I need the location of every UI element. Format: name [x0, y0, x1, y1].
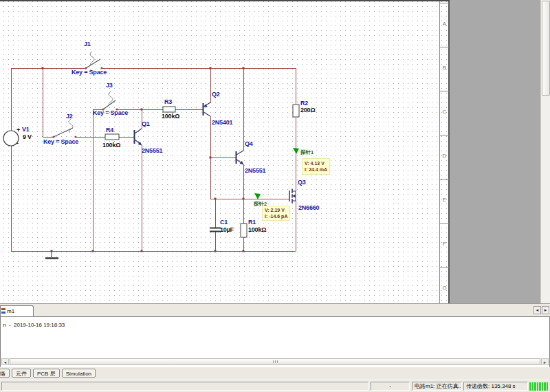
component-J2-switch[interactable]: [52, 119, 76, 138]
status-bar: - 电路m1: 正在仿真... 传递函数: 135.348 s: [0, 380, 550, 392]
label-J2-ref[interactable]: J2: [66, 113, 73, 120]
label-Q1-ref[interactable]: Q1: [142, 120, 150, 127]
probe2-current: I: -14.6 pA: [265, 214, 287, 219]
scroll-left-icon[interactable]: ◄: [1, 358, 9, 365]
multisim-window: J1 Key = Space J3 Key = Space J2 Key = S…: [0, 0, 550, 392]
log-scrollbar-thumb[interactable]: [10, 358, 540, 365]
label-V1-minus: -: [16, 140, 19, 146]
results-tab-m1[interactable]: m1: [0, 305, 34, 316]
progress-segment: [534, 382, 536, 391]
zone-letter: C: [441, 109, 448, 115]
progress-segment: [542, 382, 544, 391]
log-entry[interactable]: n - 2019-10-16 19:18:33: [3, 322, 65, 328]
component-C1-capacitor[interactable]: [210, 228, 221, 232]
zone-letter: D: [441, 153, 448, 159]
label-Q2-ref[interactable]: Q2: [212, 91, 220, 98]
vertical-scrollbar[interactable]: [540, 0, 550, 303]
label-J3-key[interactable]: Key = Space: [93, 109, 128, 116]
circuit-tab-icon: [1, 308, 6, 315]
status-transfer-function: 传递函数: 135.348 s: [463, 382, 528, 391]
component-Q2-transistor[interactable]: [204, 102, 211, 116]
component-R4-resistor[interactable]: [105, 134, 119, 140]
zone-tick: [440, 91, 449, 91]
label-V1-value[interactable]: 9 V: [23, 133, 32, 140]
label-Q3-value[interactable]: 2N6660: [298, 204, 319, 211]
probe1-voltage: V: 4.13 V: [305, 161, 324, 166]
view-tab-bar: 网络 元件 PCB 层 Simulation: [0, 369, 96, 380]
label-R1-ref[interactable]: R1: [248, 219, 256, 226]
log-horizontal-scrollbar[interactable]: ◄ ►: [1, 358, 549, 365]
vertical-scrollbar-thumb[interactable]: [542, 1, 550, 96]
label-Q1-value[interactable]: 2N5551: [142, 147, 162, 154]
label-V1-ref[interactable]: V1: [22, 126, 30, 133]
zone-tick: [440, 179, 449, 179]
zone-tick: [440, 47, 449, 47]
probe1-label[interactable]: 探针1: [300, 149, 314, 155]
simulation-progress-indicator: [529, 382, 548, 391]
label-Q4-ref[interactable]: Q4: [245, 140, 253, 147]
label-Q2-value[interactable]: 2N5401: [212, 119, 232, 126]
label-R2-value[interactable]: 200Ω: [300, 107, 315, 113]
component-R3-resistor[interactable]: [163, 107, 175, 112]
zone-tick: [440, 267, 449, 268]
label-R3-ref[interactable]: R3: [164, 98, 172, 105]
zone-tick: [440, 3, 449, 3]
scrollbar-gripper-icon: [273, 360, 278, 363]
label-C1-value[interactable]: 10µF: [220, 226, 234, 233]
zone-tick: [440, 135, 449, 135]
probe2-readout[interactable]: V: 2.19 VI: -14.6 pA: [262, 206, 290, 221]
label-V1-plus: +: [16, 127, 20, 133]
label-R1-value[interactable]: 100kΩ: [248, 226, 266, 233]
tab-nets[interactable]: 网络: [0, 369, 10, 378]
tab-pcb-layers[interactable]: PCB 层: [33, 369, 60, 378]
results-log-panel[interactable]: n - 2019-10-16 19:18:33 ◄ ►: [0, 316, 550, 367]
scroll-right-icon[interactable]: ►: [541, 358, 549, 365]
component-J3-switch[interactable]: [102, 91, 118, 111]
progress-segment: [537, 382, 539, 391]
label-J1-ref[interactable]: J1: [84, 41, 91, 47]
zone-tick: [440, 223, 449, 224]
probe1-arrow-icon: [293, 148, 299, 154]
canvas-outside-area: [450, 0, 540, 303]
component-R1-resistor[interactable]: [241, 224, 247, 237]
component-Q4-transistor[interactable]: [236, 151, 244, 164]
probe2-voltage: V: 2.19 V: [265, 208, 285, 213]
probe1-readout[interactable]: V: 4.13 VI: 24.4 mA: [302, 158, 330, 175]
zone-letter: B: [441, 65, 448, 71]
schematic-canvas[interactable]: J1 Key = Space J3 Key = Space J2 Key = S…: [0, 0, 550, 303]
tab-scroll-right-button[interactable]: ►: [542, 306, 549, 314]
zone-letter: G: [441, 285, 448, 291]
label-J2-key[interactable]: Key = Space: [43, 138, 78, 145]
probe1-current: I: 24.4 mA: [305, 167, 327, 172]
label-R4-value[interactable]: 100kΩ: [102, 142, 120, 149]
component-Q1-transistor[interactable]: [135, 129, 142, 145]
progress-segment: [539, 382, 541, 391]
label-R4-ref[interactable]: R4: [106, 127, 113, 133]
results-tab-strip: m1 ◄ ►: [0, 303, 550, 316]
label-J3-ref[interactable]: J3: [106, 82, 113, 89]
zone-letter: A: [441, 21, 448, 27]
label-J1-key[interactable]: Key = Space: [72, 69, 107, 76]
progress-segment: [547, 382, 549, 391]
component-R2-resistor[interactable]: [293, 105, 299, 117]
label-R3-value[interactable]: 100kΩ: [162, 113, 179, 120]
schematic-sheet[interactable]: J1 Key = Space J3 Key = Space J2 Key = S…: [0, 0, 450, 303]
label-R2-ref[interactable]: R2: [300, 100, 308, 107]
tab-simulation[interactable]: Simulation: [62, 369, 96, 378]
zone-letter: E: [441, 197, 448, 203]
schematic-drawing: [0, 1, 450, 305]
label-Q4-value[interactable]: 2N5551: [245, 167, 265, 174]
progress-segment: [532, 382, 534, 391]
results-tab-label: m1: [7, 308, 14, 314]
component-Q3-mosfet[interactable]: [289, 189, 296, 204]
progress-segment: [529, 382, 531, 391]
status-sim-state: 电路m1: 正在仿真...: [412, 382, 462, 391]
tab-scroll-left-button[interactable]: ◄: [534, 306, 541, 314]
tab-components[interactable]: 元件: [12, 369, 31, 378]
label-C1-ref[interactable]: C1: [220, 219, 228, 226]
component-J1-switch[interactable]: [85, 52, 102, 69]
label-Q3-ref[interactable]: Q3: [298, 179, 306, 186]
status-cell-empty: [1, 382, 368, 391]
status-cell-dash: -: [371, 382, 410, 391]
ground-symbol[interactable]: [45, 251, 58, 259]
